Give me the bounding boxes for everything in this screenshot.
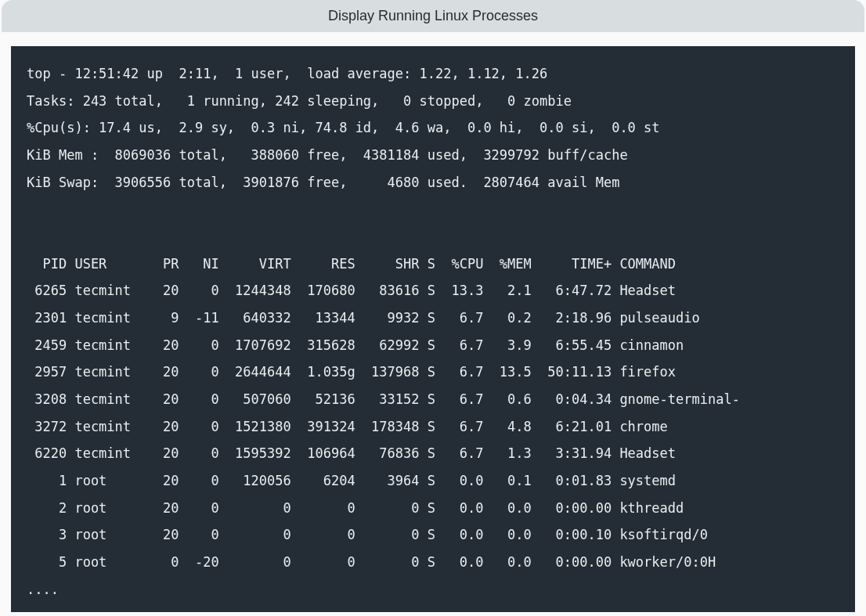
figure-container: Display Running Linux Processes top - 12… [0,0,866,616]
figure-caption: Display Running Linux Processes [2,0,864,32]
terminal-output: top - 12:51:42 up 2:11, 1 user, load ave… [11,46,855,612]
terminal-scroll-region[interactable]: top - 12:51:42 up 2:11, 1 user, load ave… [11,46,855,612]
